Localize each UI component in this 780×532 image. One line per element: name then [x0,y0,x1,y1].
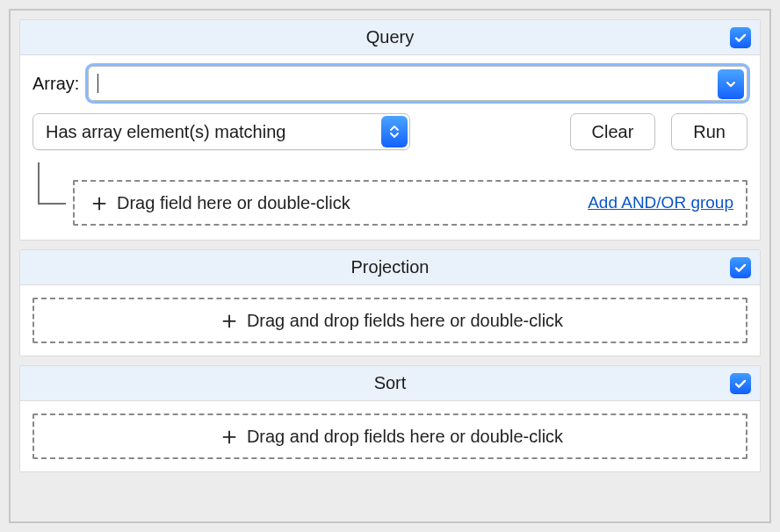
query-dropzone-text: Drag field here or double-click [117,193,350,213]
sort-dropzone-text: Drag and drop fields here or double-clic… [247,427,563,447]
query-builder-panel: Query Array: Has array element(s) matchi… [9,9,771,523]
projection-header: Projection [20,250,760,285]
projection-body: ＋ Drag and drop fields here or double-cl… [20,285,760,356]
query-condition-tree: ＋ Drag field here or double-click Add AN… [32,162,748,226]
check-icon [733,261,748,275]
clear-button[interactable]: Clear [570,113,656,150]
array-combobox[interactable] [88,66,748,101]
sort-header: Sort [20,366,760,401]
sort-dropzone[interactable]: ＋ Drag and drop fields here or double-cl… [32,413,748,459]
sort-title: Sort [20,373,760,393]
projection-dropzone[interactable]: ＋ Drag and drop fields here or double-cl… [32,298,748,343]
add-and-or-group-link[interactable]: Add AND/OR group [570,193,733,212]
projection-enable-checkbox[interactable] [730,257,751,278]
query-enable-checkbox[interactable] [730,27,751,48]
array-label: Array: [32,74,79,94]
projection-section: Projection ＋ Drag and drop fields here o… [19,249,761,356]
array-dropdown-button[interactable] [718,69,744,99]
query-dropzone[interactable]: ＋ Drag field here or double-click Add AN… [73,180,748,226]
operator-value: Has array element(s) matching [46,122,285,142]
query-title: Query [20,27,760,47]
select-stepper-button[interactable] [381,116,408,147]
array-row: Array: [32,66,748,101]
query-section: Query Array: Has array element(s) matchi… [19,19,761,241]
query-header: Query [20,20,760,55]
projection-dropzone-text: Drag and drop fields here or double-clic… [247,311,563,331]
run-button[interactable]: Run [671,113,748,150]
plus-icon: ＋ [87,191,108,215]
plus-icon: ＋ [217,308,238,333]
projection-title: Projection [20,257,760,277]
sort-body: ＋ Drag and drop fields here or double-cl… [20,401,760,471]
sort-section: Sort ＋ Drag and drop fields here or doub… [19,365,761,472]
check-icon [733,31,748,45]
chevron-down-icon [390,133,399,138]
plus-icon: ＋ [217,424,238,449]
sort-enable-checkbox[interactable] [730,373,751,394]
query-body: Array: Has array element(s) matching [20,55,760,240]
text-cursor [98,74,98,93]
check-icon [733,377,748,391]
chevron-up-icon [390,126,399,131]
chevron-down-icon [726,79,736,90]
operator-row: Has array element(s) matching Clear Run [32,113,748,150]
tree-connector-icon [38,162,66,205]
operator-select[interactable]: Has array element(s) matching [32,113,410,150]
